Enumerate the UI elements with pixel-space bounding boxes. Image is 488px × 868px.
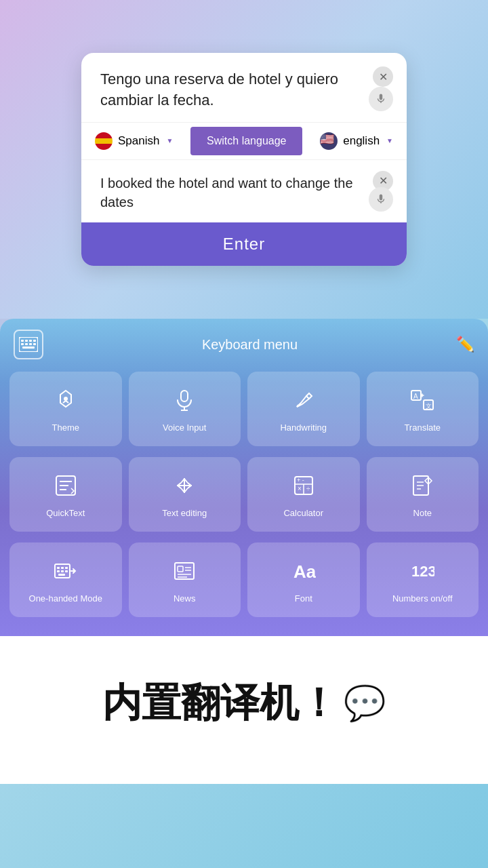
speech-bubble-icon: 💬 — [344, 684, 386, 723]
input-section: Tengo una reserva de hotel y quiero camb… — [81, 53, 407, 122]
svg-rect-4 — [33, 340, 36, 342]
svg-text:文: 文 — [426, 403, 432, 410]
switch-language-button[interactable]: Switch language — [190, 127, 302, 155]
handwriting-icon — [291, 388, 316, 416]
output-mic-icon — [375, 193, 387, 205]
news-icon — [172, 559, 197, 587]
menu-item-font[interactable]: Aa Font — [247, 542, 360, 617]
quicktext-icon — [54, 473, 78, 501]
one-handed-label: One-handed Mode — [29, 593, 102, 604]
svg-rect-39 — [58, 574, 65, 576]
source-chevron-icon: ▼ — [166, 137, 173, 144]
language-switcher: Spanish ▼ Switch language 🇺🇸 english ▼ — [81, 122, 407, 160]
menu-item-handwriting[interactable]: Handwriting — [247, 372, 360, 446]
keyboard-menu-title: Keyboard menu — [202, 337, 298, 353]
menu-item-quicktext[interactable]: QuickText — [9, 457, 122, 532]
theme-label: Theme — [52, 422, 79, 433]
bottom-text-area: 内置翻译机！ 💬 — [0, 636, 488, 784]
chinese-headline: 内置翻译机！ 💬 — [27, 677, 461, 730]
voice-input-label: Voice Input — [163, 422, 206, 433]
one-handed-icon — [54, 559, 78, 587]
background-area: Tengo una reserva de hotel y quiero camb… — [0, 0, 488, 319]
news-label: News — [174, 593, 196, 604]
menu-item-note[interactable]: Note — [367, 457, 479, 532]
keyboard-menu: Keyboard menu ✏️ Theme — [0, 319, 488, 636]
note-label: Note — [413, 508, 432, 519]
svg-text:÷: ÷ — [306, 485, 310, 492]
menu-item-theme[interactable]: Theme — [9, 372, 122, 446]
text-editing-label: Text editing — [162, 508, 207, 519]
quicktext-label: QuickText — [46, 508, 85, 519]
svg-rect-7 — [29, 343, 32, 345]
svg-rect-34 — [61, 567, 64, 569]
output-mic-button[interactable] — [369, 187, 393, 212]
menu-item-voice[interactable]: Voice Input — [129, 372, 241, 446]
svg-rect-5 — [21, 343, 24, 345]
menu-grid-row2: QuickText Text editing + - — [0, 452, 488, 537]
menu-grid-row1: Theme Voice Input Handwri — [0, 366, 488, 452]
svg-text:Aa: Aa — [293, 561, 316, 582]
svg-rect-9 — [22, 347, 35, 349]
menu-item-numbers[interactable]: 123 Numbers on/off — [367, 542, 479, 617]
keyboard-icon — [14, 330, 43, 359]
menu-item-text-editing[interactable]: Text editing — [129, 457, 241, 532]
note-icon — [410, 473, 434, 501]
font-icon: Aa — [291, 559, 316, 587]
mic-icon — [375, 93, 387, 105]
svg-text:A: A — [413, 393, 418, 400]
calculator-icon: + - × ÷ — [291, 473, 316, 501]
target-language-button[interactable]: 🇺🇸 english ▼ — [306, 124, 407, 158]
svg-text:+ -: + - — [297, 477, 304, 484]
mic-button[interactable] — [369, 87, 393, 111]
numbers-icon: 123 — [410, 559, 434, 587]
svg-rect-38 — [65, 570, 68, 572]
svg-rect-8 — [33, 343, 36, 345]
svg-rect-35 — [65, 567, 68, 569]
svg-rect-1 — [21, 340, 24, 342]
svg-rect-6 — [25, 343, 28, 345]
menu-item-one-handed[interactable]: One-handed Mode — [9, 542, 122, 617]
translated-text: I booked the hotel and want to change th… — [100, 174, 388, 212]
keyboard-symbol-icon — [19, 337, 38, 352]
translate-icon: A 文 — [410, 388, 434, 416]
voice-input-icon — [172, 388, 197, 416]
target-chevron-icon: ▼ — [386, 137, 393, 144]
source-language-button[interactable]: Spanish ▼ — [81, 124, 186, 158]
theme-icon — [54, 388, 78, 416]
svg-rect-3 — [29, 340, 32, 342]
svg-text:123: 123 — [411, 563, 434, 580]
menu-item-news[interactable]: News — [129, 542, 241, 617]
translate-label: Translate — [404, 422, 441, 433]
us-flag-icon: 🇺🇸 — [320, 132, 338, 150]
handwriting-label: Handwriting — [280, 422, 327, 433]
menu-item-translate[interactable]: A 文 Translate — [367, 372, 479, 446]
menu-item-calculator[interactable]: + - × ÷ Calculator — [247, 457, 360, 532]
source-language-label: Spanish — [118, 134, 159, 148]
numbers-label: Numbers on/off — [392, 593, 453, 604]
svg-rect-37 — [61, 570, 64, 572]
font-label: Font — [295, 593, 312, 604]
svg-rect-11 — [181, 391, 188, 401]
text-editing-icon — [172, 473, 197, 501]
menu-grid-row3: One-handed Mode News Aa Fo — [0, 537, 488, 623]
target-language-label: english — [343, 134, 380, 148]
keyboard-header: Keyboard menu ✏️ — [0, 319, 488, 366]
output-section: I booked the hotel and want to change th… — [81, 160, 407, 222]
svg-rect-2 — [25, 340, 28, 342]
calculator-label: Calculator — [283, 508, 323, 519]
svg-rect-36 — [57, 570, 60, 572]
svg-text:×: × — [298, 485, 302, 492]
svg-rect-41 — [178, 566, 183, 572]
edit-button[interactable]: ✏️ — [456, 336, 474, 353]
source-text: Tengo una reserva de hotel y quiero camb… — [100, 69, 388, 111]
spanish-flag-icon — [95, 132, 113, 150]
close-button[interactable]: ✕ — [373, 66, 393, 87]
svg-rect-33 — [57, 567, 60, 569]
chinese-text-content: 内置翻译机！ — [102, 677, 338, 730]
translation-card: Tengo una reserva de hotel y quiero camb… — [81, 53, 407, 266]
enter-button[interactable]: Enter — [81, 222, 407, 266]
